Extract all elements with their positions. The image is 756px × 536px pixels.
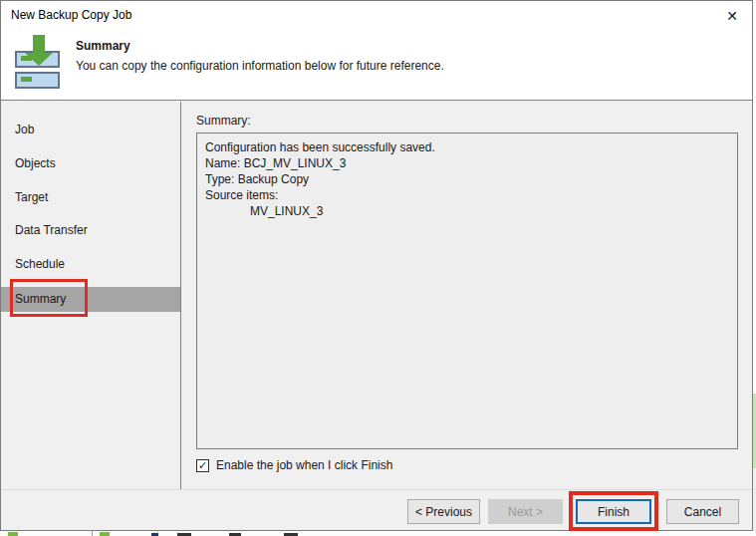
summary-line: Name: BCJ_MV_LINUX_3 bbox=[205, 155, 729, 171]
wizard-header: Summary You can copy the configuration i… bbox=[1, 31, 752, 101]
sidebar-item-schedule[interactable]: Schedule bbox=[1, 252, 180, 277]
next-button[interactable]: Next > bbox=[488, 499, 563, 524]
sidebar-item-objects[interactable]: Objects bbox=[1, 151, 180, 176]
sidebar-item-target[interactable]: Target bbox=[1, 185, 180, 210]
annotation-box-finish-button bbox=[569, 491, 658, 531]
step-description: You can copy the configuration informati… bbox=[76, 59, 444, 73]
repository-box-icon bbox=[15, 72, 60, 89]
window-title: New Backup Copy Job bbox=[11, 8, 131, 22]
summary-line: Configuration has been successfully save… bbox=[205, 139, 729, 155]
title-bar[interactable]: New Backup Copy Job ✕ bbox=[1, 1, 752, 31]
background-fragment bbox=[100, 532, 110, 536]
background-fragment bbox=[8, 532, 18, 536]
previous-button[interactable]: < Previous bbox=[407, 499, 480, 524]
backup-copy-job-icon bbox=[15, 35, 63, 91]
summary-line: Type: Backup Copy bbox=[205, 171, 729, 187]
sidebar-separator bbox=[180, 102, 181, 489]
new-backup-copy-job-dialog: New Backup Copy Job ✕ Summary You can co… bbox=[0, 0, 753, 531]
enable-job-checkbox[interactable]: ✓ bbox=[196, 459, 209, 472]
annotation-box-summary-step bbox=[10, 279, 88, 317]
background-app-sliver bbox=[0, 532, 756, 536]
step-title: Summary bbox=[76, 39, 130, 53]
sidebar-item-job[interactable]: Job bbox=[1, 118, 180, 142]
summary-line: Source items: bbox=[205, 187, 729, 203]
footer-separator bbox=[1, 489, 752, 490]
summary-line: MV_LINUX_3 bbox=[250, 203, 729, 219]
enable-job-checkbox-label[interactable]: Enable the job when I click Finish bbox=[216, 458, 392, 472]
close-icon[interactable]: ✕ bbox=[720, 6, 744, 26]
background-fragment bbox=[92, 531, 93, 536]
green-down-arrow-icon bbox=[33, 35, 45, 53]
green-down-arrow-icon bbox=[25, 53, 53, 66]
repository-led-icon bbox=[21, 77, 32, 82]
enable-job-row: ✓ Enable the job when I click Finish bbox=[196, 457, 392, 473]
sidebar-item-data-transfer[interactable]: Data Transfer bbox=[1, 218, 180, 243]
summary-label: Summary: bbox=[196, 114, 251, 128]
summary-textbox[interactable]: Configuration has been successfully save… bbox=[196, 133, 738, 449]
cancel-button[interactable]: Cancel bbox=[666, 499, 739, 524]
